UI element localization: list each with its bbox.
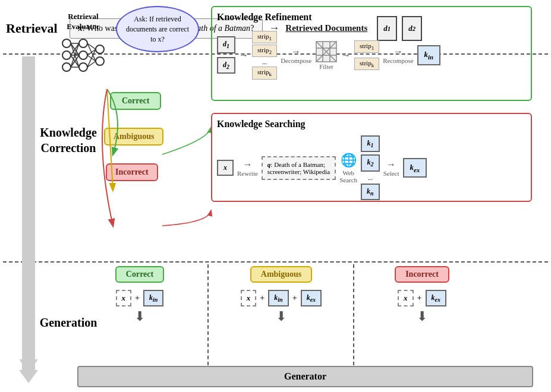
gen-kin2: kin — [268, 290, 288, 306]
select-label: Select — [383, 170, 399, 177]
svg-point-3 — [79, 39, 87, 48]
gen-formula-incorrect: x + kex — [398, 290, 446, 306]
gen-formula-correct: x + kin — [116, 290, 164, 306]
gen-kex2: kex — [301, 290, 322, 306]
recompose-group: → Recompose — [383, 46, 413, 64]
generator-label: Generator — [284, 371, 326, 382]
k-ex-box: kex — [403, 158, 427, 178]
strip-ellipsis: ... — [262, 58, 267, 65]
kr-arrow4: → — [393, 46, 403, 57]
gen-x2: x — [241, 290, 257, 306]
k2: k2 — [361, 154, 380, 171]
big-arrow-gen-shaft — [22, 261, 35, 359]
retrieval-label: Retrieval — [6, 21, 58, 36]
kr-d2: d2 — [217, 57, 235, 74]
kr-docs: d1 d2 — [217, 36, 235, 74]
globe-icon: 🌐 — [341, 153, 357, 168]
ks-title: Knowledge Searching — [217, 119, 526, 129]
q-colon: : Death of a Batman;screenwriter; Wikipe… — [267, 161, 330, 175]
gen-x1: x — [116, 290, 132, 306]
filter-label: Filter — [319, 63, 333, 70]
big-arrow-gen-head — [19, 359, 38, 372]
stripkb: stripk — [354, 58, 379, 70]
choice-ambiguous: Ambiguous — [104, 128, 163, 146]
divider-2 — [3, 261, 548, 263]
svg-point-0 — [62, 39, 71, 48]
kr-title: Knowledge Refinement — [217, 12, 526, 23]
rewrite-label: Rewrite — [237, 170, 258, 177]
ks-arrow2: → — [386, 159, 396, 170]
decompose-label: Decompose — [281, 57, 311, 64]
k-ellipsis: ... — [361, 174, 380, 181]
gen-col-ambiguous: Ambiguous x + kin + kex ⬇ — [216, 266, 347, 324]
kc-label: KnowledgeCorrection — [36, 125, 101, 156]
plus2: + — [260, 293, 265, 303]
vdash-2 — [353, 264, 354, 365]
kr-arrow1: → — [239, 50, 248, 61]
web-search-group: 🌐 WebSearch — [339, 153, 357, 184]
ks-content: x → Rewrite q: Death of a Batman;screenw… — [217, 135, 526, 200]
ask-text: Ask: If retrieved documents are correct … — [126, 15, 189, 43]
gen-kex3: kex — [426, 290, 446, 306]
svg-point-6 — [96, 45, 104, 53]
decompose-label-group: → Decompose — [281, 46, 311, 64]
generator-bar: Generator — [77, 366, 533, 387]
gen-badge-correct: Correct — [115, 266, 164, 283]
gen-badge-incorrect: Incorrect — [395, 266, 449, 283]
kr-arrow3: → — [341, 50, 351, 61]
web-search-label: WebSearch — [339, 169, 357, 184]
evaluator-label: RetrievalEvaluator — [59, 12, 107, 32]
k-in-box: kin — [417, 45, 441, 65]
kr-content: d1 d2 → strip1 strip2 ... stripk → Decom… — [217, 31, 526, 80]
filter-icon — [315, 40, 338, 63]
gen-down-arrow-1: ⬇ — [134, 309, 145, 324]
ks-box: Knowledge Searching x → Rewrite q: Death… — [211, 113, 532, 202]
choice-incorrect: Incorrect — [106, 163, 158, 181]
svg-point-2 — [62, 63, 71, 71]
kr-box: Knowledge Refinement d1 d2 → strip1 stri… — [211, 6, 532, 101]
gen-down-arrow-3: ⬇ — [417, 309, 427, 324]
vdash-1 — [207, 264, 209, 365]
k-stack: k1 k2 ... kn — [361, 135, 380, 200]
ask-bubble: Ask: If retrieved documents are correct … — [116, 6, 199, 52]
k1: k1 — [361, 135, 380, 152]
plus3: + — [292, 293, 297, 303]
kr-strips-group: strip1 strip2 ... stripk — [252, 31, 277, 80]
gen-x3: x — [398, 290, 414, 306]
strip2: strip2 — [252, 45, 277, 57]
gen-badge-ambiguous: Ambiguous — [250, 266, 312, 283]
q-box: q: Death of a Batman;screenwriter; Wikip… — [262, 156, 336, 180]
gen-kin1: kin — [143, 290, 163, 306]
svg-point-1 — [62, 51, 71, 59]
rewrite-group: → Rewrite — [237, 159, 258, 177]
ks-arrow1: → — [243, 159, 252, 170]
recompose-label: Recompose — [383, 57, 413, 64]
gen-down-arrow-2: ⬇ — [276, 309, 286, 324]
kn: kn — [361, 184, 380, 200]
plus4: + — [417, 293, 422, 303]
plus1: + — [135, 293, 140, 303]
kr-strips2: strip1 stripk — [354, 40, 379, 70]
filter-group: Filter — [315, 40, 338, 70]
svg-point-5 — [79, 63, 87, 71]
select-group: → Select — [383, 159, 399, 177]
neural-net-icon — [59, 34, 107, 76]
stripk: stripk — [252, 67, 277, 79]
choice-correct: Correct — [110, 92, 161, 110]
strip1b: strip1 — [354, 40, 379, 53]
kr-d1: d1 — [217, 36, 235, 53]
retrieval-evaluator: RetrievalEvaluator — [59, 12, 107, 78]
svg-point-4 — [79, 51, 87, 59]
gen-col-correct: Correct x + kin ⬇ — [77, 266, 202, 324]
svg-point-7 — [96, 57, 104, 65]
ks-x: x — [217, 160, 234, 176]
kr-arrow2: → — [291, 46, 301, 57]
strip1: strip1 — [252, 31, 277, 43]
gen-formula-ambiguous: x + kin + kex — [241, 290, 322, 306]
gen-col-incorrect: Incorrect x + kex ⬇ — [360, 266, 484, 324]
